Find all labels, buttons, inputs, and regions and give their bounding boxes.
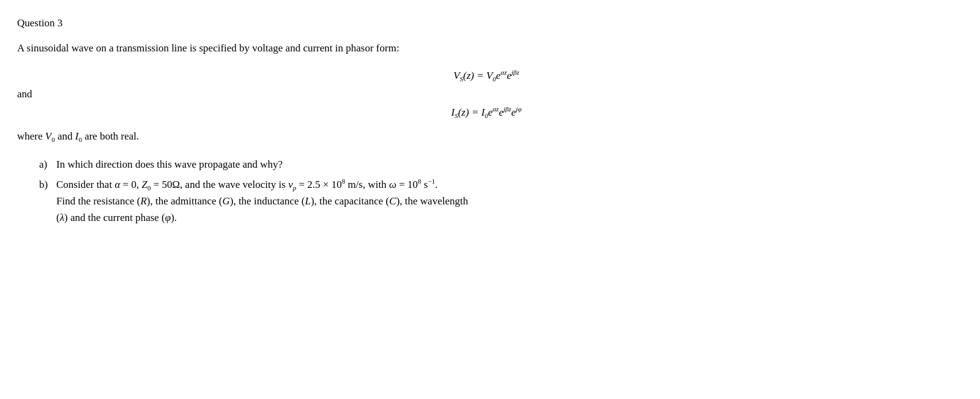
part-b: b) Consider that α = 0, Z0 = 50Ω, and th… xyxy=(39,176,956,226)
is-equation-section: IS(z) = I0eαzejβzejφ xyxy=(17,106,956,119)
intro-text: A sinusoidal wave on a transmission line… xyxy=(17,40,956,56)
parts-list: a) In which direction does this wave pro… xyxy=(17,156,956,226)
part-b-content: Consider that α = 0, Z0 = 50Ω, and the w… xyxy=(56,176,956,226)
vs-equation: VS(z) = V0eαzejβz xyxy=(453,70,519,82)
intro-sentence: A sinusoidal wave on a transmission line… xyxy=(17,42,399,54)
part-a-content: In which direction does this wave propag… xyxy=(56,156,956,173)
is-equation: IS(z) = I0eαzejβzejφ xyxy=(451,106,522,119)
question-title: Question 3 xyxy=(17,17,956,29)
and-label: and xyxy=(17,88,956,100)
and-text: and xyxy=(17,88,32,100)
part-b-label: b) xyxy=(39,176,56,194)
part-a: a) In which direction does this wave pro… xyxy=(39,156,956,174)
where-text: where V0 and I0 are both real. xyxy=(17,129,956,144)
part-a-label: a) xyxy=(39,156,56,174)
vs-equation-row: VS(z) = V0eαzejβz xyxy=(17,70,956,82)
is-equation-row: IS(z) = I0eαzejβzejφ xyxy=(17,106,956,119)
question-title-text: Question 3 xyxy=(17,17,62,29)
vs-equation-section: VS(z) = V0eαzejβz xyxy=(17,70,956,82)
page-container: Question 3 A sinusoidal wave on a transm… xyxy=(17,17,956,226)
